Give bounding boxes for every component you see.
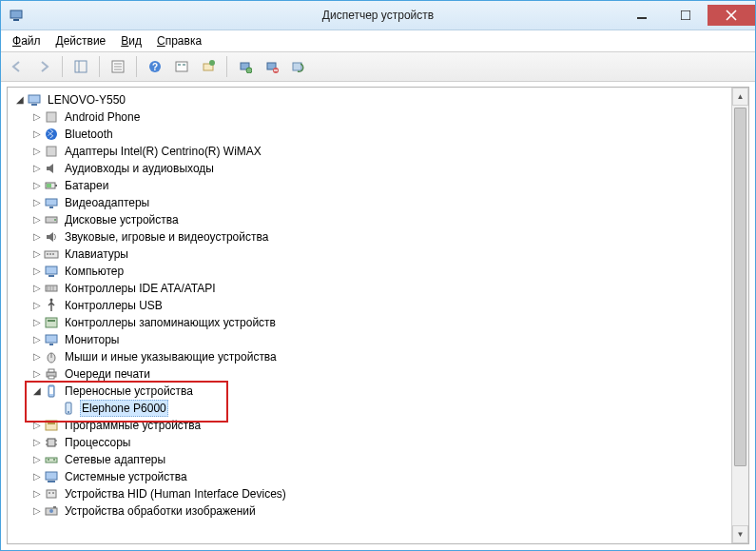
back-button[interactable]: [5, 54, 29, 79]
tree-category[interactable]: ▷Компьютер: [10, 263, 729, 280]
tree-item-label[interactable]: Звуковые, игровые и видеоустройства: [63, 228, 270, 246]
tree-category[interactable]: ▷Мониторы: [10, 331, 729, 348]
tree-category[interactable]: ◢Переносные устройства: [10, 383, 729, 400]
tree-category[interactable]: ▷Bluetooth: [10, 126, 729, 143]
tree-item-label[interactable]: Устройства HID (Human Interface Devices): [63, 485, 288, 502]
forward-button[interactable]: [31, 54, 56, 79]
maximize-button[interactable]: [664, 5, 708, 26]
expand-arrow-icon[interactable]: ▷: [30, 126, 44, 143]
tree-category[interactable]: ▷Батареи: [10, 177, 729, 194]
expand-arrow-icon[interactable]: ▷: [30, 228, 44, 246]
tree-item-label[interactable]: Переносные устройства: [63, 383, 195, 400]
expand-arrow-icon[interactable]: ▷: [30, 365, 44, 383]
expand-arrow-icon[interactable]: ▷: [30, 502, 44, 520]
expand-arrow-icon[interactable]: ▷: [30, 451, 44, 468]
tree-device[interactable]: Elephone P6000: [10, 400, 729, 417]
expand-arrow-icon[interactable]: ▷: [30, 348, 44, 365]
expand-arrow-icon[interactable]: ▷: [30, 160, 44, 177]
tree-category[interactable]: ▷Контроллеры USB: [10, 297, 729, 314]
svg-rect-29: [47, 147, 56, 156]
menu-file[interactable]: Файл: [7, 32, 47, 49]
console-tree-button[interactable]: [68, 54, 93, 79]
update-config-button[interactable]: [196, 54, 221, 79]
tree-item-label[interactable]: Видеоадаптеры: [63, 194, 151, 211]
expand-arrow-icon[interactable]: ▷: [30, 177, 44, 194]
expand-arrow-icon[interactable]: ▷: [30, 108, 44, 126]
tree-category[interactable]: ▷Клавиатуры: [10, 246, 729, 263]
menu-help[interactable]: Справка: [151, 32, 207, 49]
tree-category[interactable]: ▷Адаптеры Intel(R) Centrino(R) WiMAX: [10, 143, 729, 160]
tree-item-label[interactable]: Клавиатуры: [63, 246, 130, 263]
menu-view[interactable]: Вид: [115, 32, 147, 49]
remove-device-button[interactable]: [260, 54, 284, 79]
tree-item-label[interactable]: Адаптеры Intel(R) Centrino(R) WiMAX: [63, 143, 263, 160]
scroll-track[interactable]: [732, 106, 748, 525]
tree-item-label[interactable]: Программные устройства: [63, 417, 203, 434]
tree-item-label[interactable]: Компьютер: [63, 263, 126, 280]
tree-root[interactable]: ◢LENOVO-Y550: [10, 91, 729, 108]
tree-item-label[interactable]: LENOVO-Y550: [46, 91, 127, 108]
close-button[interactable]: [708, 5, 755, 26]
tree-item-label[interactable]: Мониторы: [63, 331, 121, 348]
tree-category[interactable]: ▷Контроллеры IDE ATA/ATAPI: [10, 280, 729, 297]
tree-item-label[interactable]: Аудиовходы и аудиовыходы: [63, 160, 216, 177]
expand-arrow-icon[interactable]: ▷: [30, 297, 44, 314]
menu-action[interactable]: Действие: [50, 32, 112, 49]
expand-arrow-icon[interactable]: ▷: [30, 263, 44, 280]
help-button[interactable]: ?: [143, 54, 167, 79]
expand-arrow-icon[interactable]: ▷: [30, 246, 44, 263]
properties-button[interactable]: [106, 54, 130, 79]
tree-category[interactable]: ▷Программные устройства: [10, 417, 729, 434]
tree-item-label[interactable]: Elephone P6000: [80, 400, 168, 417]
update-driver-button[interactable]: [286, 54, 311, 79]
expand-arrow-icon[interactable]: ▷: [30, 194, 44, 211]
tree-category[interactable]: ▷Контроллеры запоминающих устройств: [10, 314, 729, 331]
tree-category[interactable]: ▷Мыши и иные указывающие устройства: [10, 348, 729, 365]
expand-arrow-icon[interactable]: ▷: [30, 143, 44, 160]
tree-item-label[interactable]: Сетевые адаптеры: [63, 451, 167, 468]
tree-category[interactable]: ▷Видеоадаптеры: [10, 194, 729, 211]
device-tree[interactable]: ◢LENOVO-Y550▷Android Phone▷Bluetooth▷Ада…: [8, 88, 731, 543]
tree-item-label[interactable]: Контроллеры IDE ATA/ATAPI: [63, 280, 218, 297]
tree-category[interactable]: ▷Звуковые, игровые и видеоустройства: [10, 228, 729, 246]
tree-category[interactable]: ▷Устройства HID (Human Interface Devices…: [10, 485, 729, 502]
tree-category[interactable]: ▷Android Phone: [10, 108, 729, 126]
expand-arrow-icon[interactable]: ▷: [30, 434, 44, 451]
tree-category[interactable]: ▷Процессоры: [10, 434, 729, 451]
tree-category[interactable]: ▷Системные устройства: [10, 468, 729, 485]
expand-arrow-icon[interactable]: ▷: [30, 314, 44, 331]
tree-category[interactable]: ▷Сетевые адаптеры: [10, 451, 729, 468]
tree-item-label[interactable]: Батареи: [63, 177, 110, 194]
collapse-arrow-icon[interactable]: ◢: [13, 91, 27, 108]
expand-arrow-icon[interactable]: ▷: [30, 211, 44, 228]
tree-item-label[interactable]: Мыши и иные указывающие устройства: [63, 348, 279, 365]
expand-arrow-icon[interactable]: ▷: [30, 280, 44, 297]
tree-item-label[interactable]: Устройства обработки изображений: [63, 502, 258, 520]
tree-category[interactable]: ▷Очереди печати: [10, 365, 729, 383]
vertical-scrollbar[interactable]: ▲ ▼: [731, 88, 748, 543]
tree-item-label[interactable]: Очереди печати: [63, 365, 152, 383]
tree-category[interactable]: ▷Устройства обработки изображений: [10, 502, 729, 520]
minimize-button[interactable]: [620, 5, 664, 26]
show-hidden-button[interactable]: [169, 54, 194, 79]
svg-rect-2: [637, 17, 647, 19]
scroll-down-button[interactable]: ▼: [732, 525, 748, 543]
tree-item-label[interactable]: Bluetooth: [63, 126, 115, 143]
scroll-up-button[interactable]: ▲: [732, 88, 748, 106]
tree-item-label[interactable]: Системные устройства: [63, 468, 189, 485]
tree-item-label[interactable]: Дисковые устройства: [63, 211, 181, 228]
tree-item-label[interactable]: Процессоры: [63, 434, 133, 451]
svg-rect-48: [46, 318, 57, 327]
tree-category[interactable]: ▷Аудиовходы и аудиовыходы: [10, 160, 729, 177]
tree-category[interactable]: ▷Дисковые устройства: [10, 211, 729, 228]
collapse-arrow-icon[interactable]: ◢: [30, 383, 44, 400]
scroll-thumb[interactable]: [734, 108, 746, 466]
expand-arrow-icon[interactable]: ▷: [30, 417, 44, 434]
expand-arrow-icon[interactable]: ▷: [30, 331, 44, 348]
tree-item-label[interactable]: Контроллеры USB: [63, 297, 165, 314]
tree-item-label[interactable]: Контроллеры запоминающих устройств: [63, 314, 278, 331]
expand-arrow-icon[interactable]: ▷: [30, 468, 44, 485]
expand-arrow-icon[interactable]: ▷: [30, 485, 44, 502]
tree-item-label[interactable]: Android Phone: [63, 108, 142, 126]
scan-hardware-button[interactable]: [233, 54, 258, 79]
